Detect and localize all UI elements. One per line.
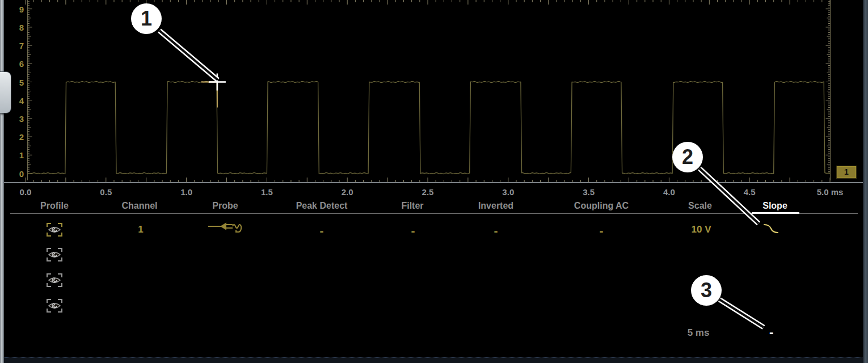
column-header-filter: Filter bbox=[401, 201, 423, 211]
y-tick-label: 9 bbox=[8, 4, 24, 14]
peak-detect-value[interactable]: - bbox=[320, 224, 324, 238]
x-tick-label: 3.0 bbox=[502, 187, 514, 197]
coupling-ac-value[interactable]: - bbox=[600, 224, 604, 238]
profile-visibility-toggle[interactable] bbox=[46, 247, 63, 262]
x-tick-label: 4.0 bbox=[663, 187, 675, 197]
left-window-edge bbox=[0, 0, 4, 363]
scale-value[interactable]: 10 V bbox=[692, 224, 711, 235]
side-panel-grip[interactable] bbox=[0, 71, 11, 113]
channel-1-badge[interactable]: 1 bbox=[836, 166, 857, 179]
slope-column-highlight-underline bbox=[752, 212, 799, 214]
eye-icon bbox=[46, 273, 63, 288]
column-header-profile: Profile bbox=[40, 201, 69, 211]
y-tick-label: 7 bbox=[8, 41, 24, 50]
eye-icon bbox=[46, 222, 63, 237]
y-tick-label: 2 bbox=[8, 132, 24, 142]
column-header-peak-detect: Peak Detect bbox=[296, 201, 348, 211]
x-tick-label: 1.5 bbox=[261, 187, 273, 197]
filter-value[interactable]: - bbox=[411, 224, 415, 238]
x-tick-label: 2.0 bbox=[342, 187, 353, 197]
column-header-probe: Probe bbox=[212, 201, 238, 211]
table-header-rule bbox=[10, 213, 858, 214]
callout-3-badge: 3 bbox=[691, 275, 722, 306]
profile-visibility-toggle-active[interactable] bbox=[46, 222, 63, 237]
oscilloscope-app-window: 0123456789 0.00.51.01.52.02.53.03.54.04.… bbox=[0, 0, 868, 363]
profile-visibility-toggle[interactable] bbox=[46, 273, 63, 288]
eye-icon bbox=[46, 298, 63, 313]
column-header-coupling-ac: Coupling AC bbox=[574, 201, 629, 211]
falling-edge-slope-icon[interactable] bbox=[762, 222, 781, 238]
x-tick-label: 2.5 bbox=[422, 187, 434, 197]
y-tick-label: 8 bbox=[8, 22, 24, 32]
x-tick-label: 1.0 bbox=[180, 187, 192, 197]
callout-1-badge: 1 bbox=[131, 3, 162, 34]
plot-bottom-separator bbox=[0, 182, 863, 183]
x-tick-label: 3.5 bbox=[583, 187, 595, 197]
slope-setting-value[interactable]: - bbox=[769, 325, 773, 340]
x-tick-label: 5.0 ms bbox=[817, 187, 844, 197]
eye-icon bbox=[46, 247, 63, 262]
column-header-channel: Channel bbox=[121, 201, 157, 211]
column-header-inverted: Inverted bbox=[478, 201, 513, 211]
y-tick-label: 3 bbox=[8, 113, 24, 123]
right-window-edge bbox=[863, 0, 868, 363]
x-tick-label: 0.5 bbox=[100, 187, 112, 197]
y-tick-label: 0 bbox=[8, 168, 24, 178]
profile-visibility-toggle[interactable] bbox=[46, 298, 63, 313]
x-tick-label: 0.0 bbox=[20, 187, 32, 197]
channel-number-value[interactable]: 1 bbox=[138, 224, 143, 235]
y-tick-label: 1 bbox=[8, 150, 24, 160]
bottom-window-edge bbox=[0, 357, 868, 363]
inverted-value[interactable]: - bbox=[494, 224, 498, 238]
waveform-plot[interactable] bbox=[0, 0, 868, 363]
probe-attenuation-icon[interactable] bbox=[208, 220, 244, 239]
callout-2-badge: 2 bbox=[672, 142, 703, 172]
x-tick-label: 4.5 bbox=[744, 187, 756, 197]
column-header-scale: Scale bbox=[688, 201, 712, 211]
y-tick-label: 6 bbox=[8, 59, 24, 69]
timebase-readout: 5 ms bbox=[688, 327, 710, 339]
column-header-slope: Slope bbox=[762, 201, 787, 211]
